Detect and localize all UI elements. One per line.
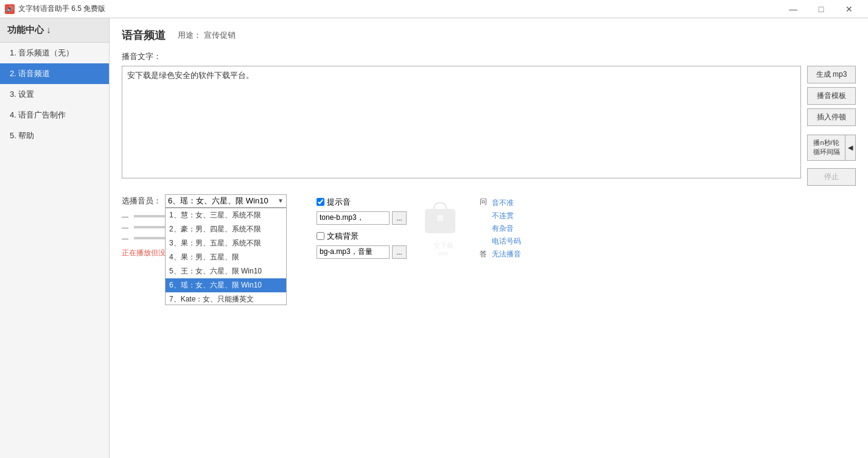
minimize-button[interactable]: — (779, 0, 807, 18)
tone-section: 提示音 ... 文稿背景 ... (317, 197, 407, 261)
sidebar: 功能中心 ↓ 1. 音乐频道（无） 2. 语音频道 3. 设置 4. 语音广告制… (0, 18, 110, 458)
speaker-dropdown-popup[interactable]: 1、慧：女、三星、系统不限 2、豪：男、四星、系统不限 3、果：男、五星、系统不… (165, 208, 287, 305)
speaker-option-4[interactable]: 4、果：男、五星、限 (166, 250, 286, 264)
dropdown-arrow-icon: ▼ (278, 197, 284, 204)
tone-browse-button[interactable]: ... (392, 211, 407, 225)
bg-label: 文稿背景 (327, 231, 359, 242)
page-title: 语音频道 (122, 28, 166, 43)
loop-interval-button[interactable]: 播n秒/轮循环间隔 (807, 135, 845, 161)
broadcast-label: 播音文字： (122, 51, 856, 62)
broadcast-textarea[interactable]: 安下载是绿色安全的软件下载平台。 (122, 66, 801, 178)
link-not-smooth[interactable]: 不连贯 (492, 211, 521, 221)
link-cant-connect[interactable]: 音不准 (492, 198, 521, 208)
insert-pause-button[interactable]: 插入停顿 (807, 108, 856, 126)
loop-arrow-button[interactable]: ◀ (845, 135, 856, 161)
svg-rect-0 (425, 209, 455, 233)
bottom-controls: 选播音员： 6、瑶：女、六星、限 Win10 ▼ 1、慧：女、三星、系统不限 2… (122, 194, 856, 261)
titlebar-left: 🔊 文字转语音助手 6.5 免费版 (5, 4, 105, 14)
bg-checkbox[interactable] (317, 232, 324, 240)
sidebar-item-music-channel[interactable]: 1. 音乐频道（无） (0, 43, 109, 63)
titlebar-controls: — □ ✕ (779, 0, 863, 18)
stop-button[interactable]: 停止 (807, 168, 856, 186)
answer-row: 答 无法播音 (480, 249, 521, 261)
speaker-label: 选播音员： (122, 196, 161, 206)
right-buttons: 生成 mp3 播音模板 插入停顿 播n秒/轮循环间隔 ◀ 停止 (807, 66, 856, 186)
sidebar-item-voice-channel[interactable]: 2. 语音频道 (0, 63, 109, 84)
loop-btn-wrapper: 播n秒/轮循环间隔 ◀ (807, 135, 856, 161)
link-cant-play[interactable]: 无法播音 (492, 249, 521, 259)
usage-value: 宣传促销 (204, 30, 236, 41)
qa-links-section: 问 音不准 不连贯 有杂音 电话号码 答 无法播音 (480, 197, 521, 261)
tone-file-input[interactable] (317, 211, 390, 225)
link-has-sound[interactable]: 有杂音 (492, 224, 521, 234)
page-meta: 用途： 宣传促销 (178, 30, 236, 41)
tone-checkbox[interactable] (317, 198, 324, 206)
content-area: 语音频道 用途： 宣传促销 播音文字： 安下载是绿色安全的软件下载平台。 生成 … (110, 18, 868, 458)
page-header: 语音频道 用途： 宣传促销 (122, 28, 856, 43)
generate-mp3-button[interactable]: 生成 mp3 (807, 66, 856, 83)
close-button[interactable]: ✕ (835, 0, 863, 18)
bg-browse-button[interactable]: ... (392, 245, 407, 259)
slider-label-1: — (122, 213, 131, 220)
question-label: 问 (480, 197, 487, 207)
app-icon: 🔊 (5, 4, 15, 14)
bg-input-row: ... (317, 245, 407, 259)
usage-label: 用途： (178, 30, 201, 41)
right-section: 提示音 ... 文稿背景 ... (317, 197, 521, 261)
slider-label-2: — (122, 224, 131, 231)
bg-checkbox-row: 文稿背景 (317, 231, 407, 242)
speaker-current-text: 6、瑶：女、六星、限 Win10 (168, 196, 268, 206)
speaker-dropdown-display[interactable]: 6、瑶：女、六星、限 Win10 ▼ (165, 194, 287, 208)
text-area-section: 安下载是绿色安全的软件下载平台。 生成 mp3 播音模板 插入停顿 播n秒/轮循… (122, 66, 856, 186)
speaker-option-5[interactable]: 5、王：女、六星、限 Win10 (166, 264, 286, 278)
links-section: 音不准 不连贯 有杂音 电话号码 (492, 198, 521, 247)
qa-row: 问 音不准 不连贯 有杂音 电话号码 (480, 197, 521, 247)
sidebar-item-settings[interactable]: 3. 设置 (0, 84, 109, 105)
tone-checkbox-row: 提示音 (317, 197, 407, 208)
loop-btn-group: 播n秒/轮循环间隔 ◀ (807, 135, 856, 161)
answer-label: 答 (480, 249, 487, 259)
tone-input-row: ... (317, 211, 407, 225)
tone-label: 提示音 (327, 197, 351, 208)
speaker-option-7[interactable]: 7、Kate：女、只能播英文 (166, 292, 286, 305)
svg-rect-1 (437, 215, 443, 221)
bg-file-input[interactable] (317, 245, 390, 259)
app-container: 功能中心 ↓ 1. 音乐频道（无） 2. 语音频道 3. 设置 4. 语音广告制… (0, 18, 868, 458)
broadcast-template-button[interactable]: 播音模板 (807, 87, 856, 105)
sidebar-item-help[interactable]: 5. 帮助 (0, 125, 109, 146)
slider-label-3: — (122, 234, 131, 242)
speaker-option-6[interactable]: 6、瑶：女、六星、限 Win10 (166, 278, 286, 292)
speaker-option-3[interactable]: 3、果：男、五星、系统不限 (166, 236, 286, 250)
app-title: 文字转语音助手 6.5 免费版 (18, 4, 105, 14)
restore-button[interactable]: □ (807, 0, 835, 18)
speaker-option-2[interactable]: 2、豪：男、四星、系统不限 (166, 222, 286, 236)
sidebar-header: 功能中心 ↓ (0, 18, 109, 43)
titlebar: 🔊 文字转语音助手 6.5 免费版 — □ ✕ (0, 0, 868, 18)
speaker-dropdown-wrapper[interactable]: 6、瑶：女、六星、限 Win10 ▼ 1、慧：女、三星、系统不限 2、豪：男、四… (165, 194, 287, 208)
watermark: 安下载 com (419, 197, 467, 261)
sidebar-item-voice-ad[interactable]: 4. 语音广告制作 (0, 105, 109, 125)
speaker-option-1[interactable]: 1、慧：女、三星、系统不限 (166, 208, 286, 222)
watermark-icon (419, 197, 461, 239)
link-phone-number[interactable]: 电话号码 (492, 236, 521, 247)
speaker-row: 选播音员： 6、瑶：女、六星、限 Win10 ▼ 1、慧：女、三星、系统不限 2… (122, 194, 304, 208)
speaker-section: 选播音员： 6、瑶：女、六星、限 Win10 ▼ 1、慧：女、三星、系统不限 2… (122, 194, 304, 258)
